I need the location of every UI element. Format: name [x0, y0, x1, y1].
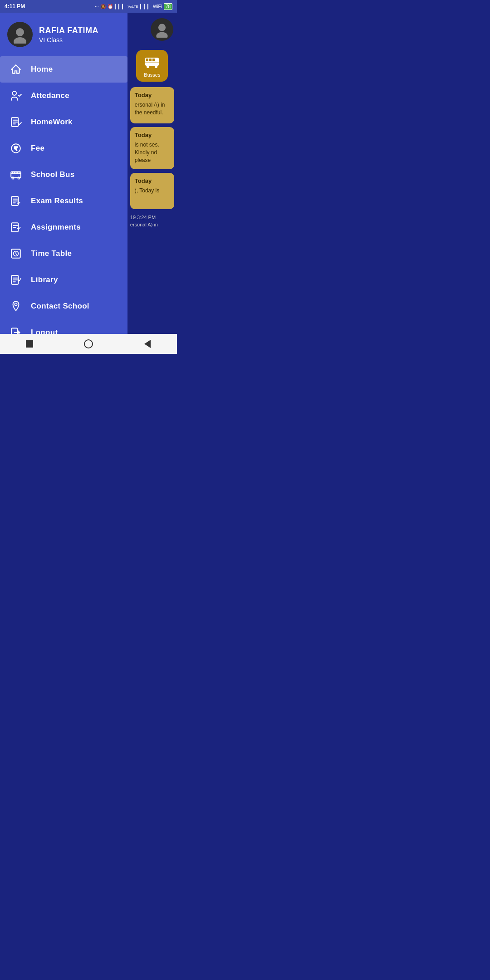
svg-point-2	[12, 91, 16, 95]
logout-icon	[9, 326, 23, 334]
main-content: Busses Today ersonal A) in the needful. …	[127, 13, 177, 334]
library-icon	[9, 273, 23, 287]
sidebar-item-library[interactable]: Library	[0, 267, 127, 293]
exam-results-icon	[9, 194, 23, 208]
sidebar-item-attendance-label: Attedance	[31, 91, 69, 100]
svg-rect-9	[12, 172, 14, 174]
svg-rect-24	[152, 59, 155, 61]
cards-container: Today ersonal A) in the needful. Today i…	[127, 85, 177, 211]
profile-section: RAFIA FATIMA VI Class	[0, 13, 127, 54]
signal2-icon: ▎▎▎	[140, 4, 151, 9]
profile-class: VI Class	[39, 36, 98, 44]
sidebar-item-contact-school[interactable]: Contact School	[0, 293, 127, 319]
svg-point-17	[15, 303, 17, 305]
svg-rect-22	[146, 59, 148, 61]
footer-timestamp: 19 3:24 PM	[127, 211, 177, 220]
notif-date-1: Today	[135, 92, 170, 98]
contact-school-icon	[9, 299, 23, 313]
bottom-recent-button[interactable]	[23, 337, 36, 351]
main-top-area	[127, 13, 177, 46]
home-icon	[9, 63, 23, 76]
bottom-back-button[interactable]	[141, 337, 154, 351]
sidebar-item-contact-school-label: Contact School	[31, 302, 89, 311]
svg-point-1	[14, 37, 26, 44]
avatar	[7, 22, 33, 47]
sidebar-item-library-label: Library	[31, 275, 58, 284]
sidebar-item-assignments-label: Assignments	[31, 223, 81, 232]
svg-point-25	[147, 65, 149, 68]
bus-button-label: Busses	[144, 72, 160, 78]
status-time: 4:11 PM	[5, 3, 25, 10]
sidebar-item-exam-results[interactable]: Exam Results	[0, 188, 127, 214]
wifi-icon: WiFi	[153, 4, 162, 9]
bus-button[interactable]: Busses	[136, 50, 168, 82]
notif-text-1: ersonal A) in the needful.	[135, 101, 170, 117]
footer-text: ersonal A) in	[127, 220, 177, 229]
signal-dots-icon: ···	[95, 4, 98, 9]
main-avatar	[151, 18, 173, 41]
sidebar-item-time-table-label: Time Table	[31, 249, 72, 258]
svg-point-7	[12, 177, 14, 179]
sidebar-item-homework-label: HomeWork	[31, 118, 73, 127]
sidebar-item-logout[interactable]: Logout	[0, 319, 127, 334]
notif-card-2[interactable]: Today is not ses. Kindly nd please	[130, 127, 174, 169]
back-arrow-icon	[144, 340, 151, 348]
notif-card-1[interactable]: Today ersonal A) in the needful.	[130, 87, 174, 123]
status-icons: ··· 🔕 ⏰ ▎▎▎ VoLTE ▎▎▎ WiFi 78	[95, 3, 172, 10]
battery-icon: 78	[164, 3, 172, 10]
sidebar-item-attendance[interactable]: Attedance	[0, 83, 127, 109]
sidebar-item-logout-label: Logout	[31, 328, 58, 334]
sidebar-item-homework[interactable]: HomeWork	[0, 109, 127, 135]
svg-rect-10	[15, 172, 17, 174]
sidebar-item-exam-results-label: Exam Results	[31, 196, 83, 206]
sidebar-item-fee-label: Fee	[31, 144, 44, 153]
sidebar-item-school-bus[interactable]: School Bus	[0, 162, 127, 188]
svg-point-19	[158, 24, 166, 31]
nav-list: Home Attedance	[0, 56, 127, 334]
svg-point-0	[16, 28, 24, 36]
notif-text-3: ), Today is	[135, 187, 170, 195]
notif-card-3[interactable]: Today ), Today is	[130, 173, 174, 209]
home-circle-icon	[84, 339, 93, 348]
volte-icon: VoLTE	[127, 5, 138, 9]
profile-name: RAFIA FATIMA	[39, 26, 98, 35]
fee-icon: ₹	[9, 142, 23, 155]
bus-button-container: Busses	[127, 46, 177, 85]
sidebar-item-home[interactable]: Home	[0, 56, 127, 83]
attendance-icon	[9, 89, 23, 103]
assignments-icon	[9, 220, 23, 234]
homework-icon	[9, 115, 23, 129]
bottom-home-button[interactable]	[82, 337, 95, 351]
app-container: RAFIA FATIMA VI Class Home	[0, 13, 177, 334]
notif-date-3: Today	[135, 177, 170, 184]
notif-date-2: Today	[135, 132, 170, 138]
sidebar-item-time-table[interactable]: Time Table	[0, 240, 127, 267]
sidebar-item-home-label: Home	[31, 65, 53, 74]
svg-rect-18	[11, 328, 17, 334]
notif-text-2: is not ses. Kindly nd please	[135, 141, 170, 164]
svg-point-26	[155, 65, 157, 68]
svg-rect-23	[149, 59, 152, 61]
recent-apps-icon	[26, 340, 33, 348]
school-bus-icon	[9, 168, 23, 181]
svg-point-20	[156, 32, 167, 38]
time-table-icon	[9, 247, 23, 260]
alarm-icon: ⏰	[108, 4, 113, 9]
sidebar-item-assignments[interactable]: Assignments	[0, 214, 127, 240]
svg-text:₹: ₹	[14, 146, 18, 152]
svg-point-8	[18, 177, 20, 179]
signal-icon: ▎▎▎	[115, 4, 126, 9]
bottom-nav	[0, 334, 177, 354]
mute-icon: 🔕	[100, 4, 106, 9]
sidebar-item-fee[interactable]: ₹ Fee	[0, 135, 127, 162]
status-bar: 4:11 PM ··· 🔕 ⏰ ▎▎▎ VoLTE ▎▎▎ WiFi 78	[0, 0, 177, 13]
sidebar: RAFIA FATIMA VI Class Home	[0, 13, 127, 334]
svg-rect-11	[17, 172, 19, 174]
sidebar-item-school-bus-label: School Bus	[31, 170, 75, 179]
profile-info: RAFIA FATIMA VI Class	[39, 26, 98, 44]
